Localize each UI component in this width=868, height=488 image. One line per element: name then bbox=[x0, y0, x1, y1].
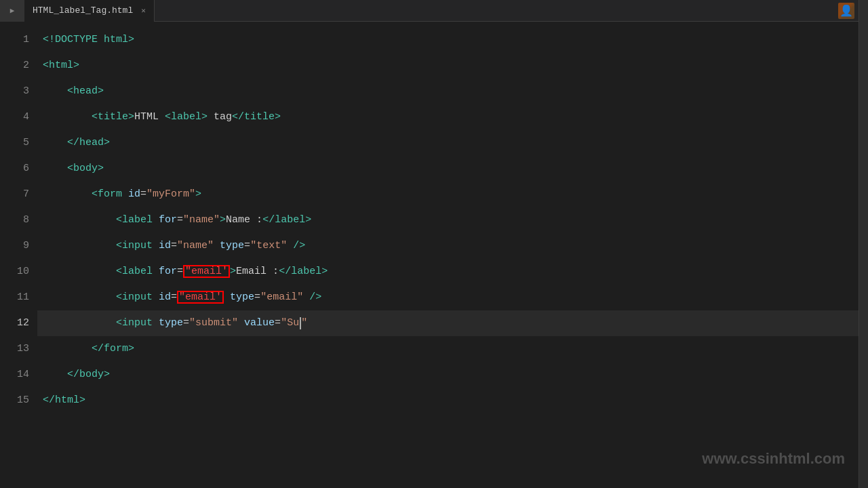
code-token: > bbox=[195, 182, 201, 207]
code-token: <label bbox=[116, 259, 159, 285]
code-token: "name" bbox=[183, 207, 220, 233]
code-token: id bbox=[159, 233, 171, 259]
code-token: "email' bbox=[177, 285, 224, 310]
top-right-scrollbar bbox=[859, 0, 868, 22]
code-token: <head> bbox=[67, 79, 104, 104]
tab-close-button[interactable]: ✕ bbox=[141, 6, 146, 15]
code-token: "email" bbox=[260, 285, 303, 310]
code-token: <input bbox=[116, 310, 159, 336]
code-token: " bbox=[301, 310, 307, 336]
line-number-1: 1 bbox=[0, 27, 29, 53]
code-token: for bbox=[159, 207, 177, 233]
watermark: www.cssinhtml.com bbox=[702, 450, 845, 468]
code-token: <input bbox=[116, 285, 159, 310]
code-token: <!DOCTYPE html> bbox=[43, 27, 134, 53]
code-line-15: </html> bbox=[37, 388, 859, 413]
code-token: <label bbox=[116, 207, 159, 233]
code-line-14: </body> bbox=[37, 362, 859, 388]
code-indent bbox=[43, 182, 92, 207]
line-number-3: 3 bbox=[0, 79, 29, 104]
line-numbers-gutter: 1 2 3 4 5 6 7 8 9 10 11 12 13 14 15 bbox=[0, 22, 37, 488]
code-token: Email : bbox=[236, 259, 279, 285]
code-line-6: <body> bbox=[37, 156, 859, 182]
title-bar: ▶ HTML_label_Tag.html ✕ bbox=[0, 0, 868, 22]
code-token: = bbox=[183, 310, 189, 336]
code-line-7: <form id = "myForm" > bbox=[37, 182, 859, 207]
line-number-7: 7 bbox=[0, 182, 29, 207]
code-line-3: <head> bbox=[37, 79, 859, 104]
code-line-2: <html> bbox=[37, 53, 859, 79]
code-token: type bbox=[214, 233, 244, 259]
code-token: id bbox=[128, 182, 140, 207]
code-token: <label> bbox=[165, 104, 208, 130]
code-line-1: <!DOCTYPE html> bbox=[37, 27, 859, 53]
code-indent bbox=[43, 130, 67, 156]
code-line-11: <input id = "email' type = "email" /> bbox=[37, 285, 859, 310]
code-token: <title> bbox=[92, 104, 134, 130]
code-indent bbox=[43, 79, 67, 104]
code-line-8: <label for = "name" > Name : </label> bbox=[37, 207, 859, 233]
code-token: = bbox=[140, 182, 146, 207]
code-token: <body> bbox=[67, 156, 104, 182]
code-token: id bbox=[159, 285, 171, 310]
line-number-12: 12 bbox=[0, 310, 29, 336]
code-token: /> bbox=[303, 285, 321, 310]
avatar bbox=[838, 3, 854, 19]
code-content[interactable]: <!DOCTYPE html> <html> <head> <title> HT… bbox=[37, 22, 859, 488]
code-token: > bbox=[230, 259, 236, 285]
code-token: = bbox=[171, 285, 177, 310]
line-number-15: 15 bbox=[0, 388, 29, 413]
line-number-9: 9 bbox=[0, 233, 29, 259]
code-indent bbox=[43, 362, 67, 388]
code-token: "name" bbox=[177, 233, 214, 259]
code-token: "email' bbox=[183, 259, 230, 285]
code-indent bbox=[43, 336, 92, 362]
code-indent bbox=[43, 156, 67, 182]
code-line-10: <label for = "email' > Email : </label> bbox=[37, 259, 859, 285]
user-avatar-image bbox=[838, 3, 854, 19]
code-token: <input bbox=[116, 233, 159, 259]
code-token: type bbox=[159, 310, 183, 336]
play-icon-area[interactable]: ▶ bbox=[0, 0, 24, 22]
code-token: </title> bbox=[232, 104, 281, 130]
code-token: "submit" bbox=[189, 310, 238, 336]
line-number-11: 11 bbox=[0, 285, 29, 310]
code-token: </form> bbox=[92, 336, 134, 362]
code-token: <form bbox=[92, 182, 128, 207]
file-tab[interactable]: HTML_label_Tag.html ✕ bbox=[24, 0, 155, 22]
code-token: "text" bbox=[250, 233, 287, 259]
code-token: for bbox=[159, 259, 177, 285]
code-token: = bbox=[177, 207, 183, 233]
highlight-email-line10: "email' bbox=[183, 265, 230, 278]
code-token: "myForm" bbox=[146, 182, 195, 207]
code-indent bbox=[43, 233, 116, 259]
code-line-4: <title> HTML <label> tag </title> bbox=[37, 104, 859, 130]
code-line-5: </head> bbox=[37, 130, 859, 156]
code-token: value bbox=[238, 310, 275, 336]
code-token: = bbox=[275, 310, 281, 336]
line-number-13: 13 bbox=[0, 336, 29, 362]
code-token: = bbox=[254, 285, 260, 310]
right-scrollbar[interactable] bbox=[859, 22, 868, 488]
line-number-10: 10 bbox=[0, 259, 29, 285]
code-token: = bbox=[177, 259, 183, 285]
code-token: "Su bbox=[281, 310, 299, 336]
play-icon: ▶ bbox=[10, 6, 15, 15]
code-token: </label> bbox=[279, 259, 328, 285]
code-line-12: <input type = "submit" value = "Su " bbox=[37, 310, 859, 336]
code-token: </body> bbox=[67, 362, 110, 388]
code-token: /> bbox=[287, 233, 305, 259]
code-token: </head> bbox=[67, 130, 110, 156]
tab-label: HTML_label_Tag.html bbox=[33, 5, 133, 16]
title-bar-left: ▶ HTML_label_Tag.html ✕ bbox=[0, 0, 155, 21]
code-token: Name : bbox=[226, 207, 262, 233]
code-token: HTML bbox=[134, 104, 165, 130]
code-token: </label> bbox=[262, 207, 311, 233]
code-indent bbox=[43, 104, 92, 130]
code-token: <html> bbox=[43, 53, 79, 79]
code-indent bbox=[43, 310, 116, 336]
line-number-8: 8 bbox=[0, 207, 29, 233]
code-indent bbox=[43, 207, 116, 233]
code-indent bbox=[43, 259, 116, 285]
line-number-5: 5 bbox=[0, 130, 29, 156]
